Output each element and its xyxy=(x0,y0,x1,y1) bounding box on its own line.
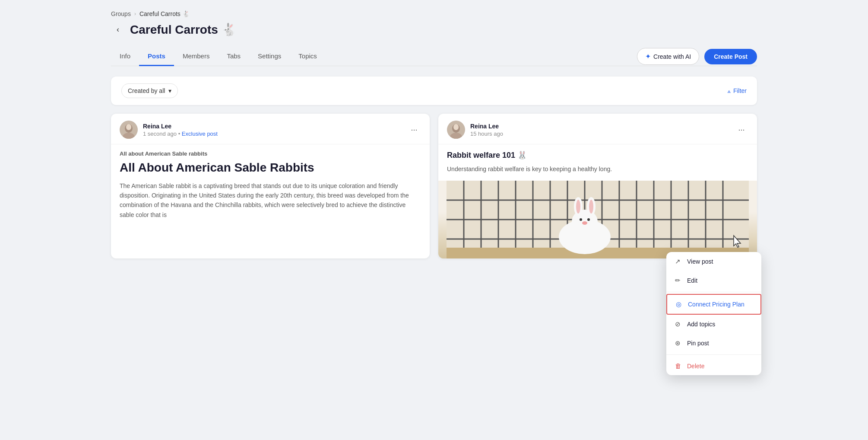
filter-icon: ⟁ xyxy=(727,87,731,94)
post-content-2: Rabbit welfare 101 🐰 Understanding rabbi… xyxy=(438,144,757,181)
create-with-ai-button[interactable]: ✦ Create with AI xyxy=(637,48,699,65)
post-author-2: Reina Lee 15 hours ago xyxy=(447,121,503,139)
post-content-1: All about American Sable rabbits All Abo… xyxy=(111,144,430,226)
add-topics-menu-item[interactable]: ⊘ Add topics xyxy=(666,315,761,334)
create-ai-label: Create with AI xyxy=(653,53,691,60)
filter-button[interactable]: ⟁ Filter xyxy=(727,87,747,94)
author-name-2: Reina Lee xyxy=(470,123,503,130)
created-by-label: Created by all xyxy=(128,87,165,94)
add-topics-label: Add topics xyxy=(687,321,715,328)
svg-point-36 xyxy=(587,218,590,221)
external-link-icon: ↗ xyxy=(675,258,683,265)
pin-post-menu-item[interactable]: ⊛ Pin post xyxy=(666,334,761,353)
nav-actions: ✦ Create with AI Create Post xyxy=(637,48,757,65)
filter-label: Filter xyxy=(733,87,747,94)
avatar-1 xyxy=(120,121,138,139)
pin-post-label: Pin post xyxy=(687,340,709,347)
post-image-2 xyxy=(438,181,757,258)
pin-icon: ⊛ xyxy=(675,339,683,347)
connect-pricing-menu-item[interactable]: ◎ Connect Pricing Plan xyxy=(666,294,761,315)
view-post-menu-item[interactable]: ↗ View post xyxy=(666,252,761,271)
trash-icon: 🗑 xyxy=(675,362,683,370)
tab-settings[interactable]: Settings xyxy=(249,47,290,66)
posts-grid: Reina Lee 1 second ago • Exclusive post … xyxy=(111,114,757,258)
tab-topics[interactable]: Topics xyxy=(290,47,326,66)
create-post-button[interactable]: Create Post xyxy=(704,49,757,64)
avatar-2 xyxy=(447,121,465,139)
breadcrumb: Groups › Careful Carrots 🐇 xyxy=(111,10,757,17)
delete-label: Delete xyxy=(687,363,704,370)
connect-pricing-label: Connect Pricing Plan xyxy=(688,301,744,308)
post-author-1: Reina Lee 1 second ago • Exclusive post xyxy=(120,121,218,139)
author-name-1: Reina Lee xyxy=(143,123,218,130)
tab-info[interactable]: Info xyxy=(111,47,139,66)
author-meta-2: 15 hours ago xyxy=(470,131,503,137)
post-body-2: Understanding rabbit welfare is key to k… xyxy=(447,164,748,174)
post-card-2: Reina Lee 15 hours ago ··· Rabbit welfar… xyxy=(438,114,757,258)
tab-members[interactable]: Members xyxy=(174,47,219,66)
post-title-1: All About American Sable Rabbits xyxy=(120,160,421,175)
post-card-1: Reina Lee 1 second ago • Exclusive post … xyxy=(111,114,430,258)
pricing-icon: ◎ xyxy=(676,300,684,308)
tag-icon: ⊘ xyxy=(675,320,683,328)
nav-bar: Info Posts Members Tabs Settings Topics … xyxy=(111,47,757,66)
breadcrumb-chevron-icon: › xyxy=(134,11,136,17)
delete-menu-item[interactable]: 🗑 Delete xyxy=(666,357,761,375)
more-icon-1: ··· xyxy=(411,125,417,134)
post-card-2-header: Reina Lee 15 hours ago ··· xyxy=(438,114,757,144)
svg-point-37 xyxy=(582,221,587,225)
breadcrumb-groups-link[interactable]: Groups xyxy=(111,10,131,17)
post-body-1: The American Sable rabbit is a captivati… xyxy=(120,181,421,220)
author-meta-1: 1 second ago • Exclusive post xyxy=(143,131,218,137)
edit-label: Edit xyxy=(687,277,697,284)
filter-row: Created by all ▾ ⟁ Filter xyxy=(111,77,757,105)
author-info-2: Reina Lee 15 hours ago xyxy=(470,123,503,137)
author-info-1: Reina Lee 1 second ago • Exclusive post xyxy=(143,123,218,137)
page-title: Careful Carrots 🐇 xyxy=(130,22,237,37)
breadcrumb-current: Careful Carrots 🐇 xyxy=(139,10,190,17)
svg-point-3 xyxy=(126,124,131,130)
pencil-icon: ✏ xyxy=(675,277,683,284)
svg-point-7 xyxy=(453,124,459,130)
back-icon: ‹ xyxy=(117,25,119,34)
menu-divider-1 xyxy=(666,292,761,292)
more-button-2[interactable]: ··· xyxy=(735,123,748,137)
rabbit-cage-image xyxy=(438,181,757,258)
tab-posts[interactable]: Posts xyxy=(139,47,174,66)
svg-point-35 xyxy=(580,218,582,221)
sparkle-icon: ✦ xyxy=(645,52,651,61)
view-post-label: View post xyxy=(687,258,713,265)
edit-menu-item[interactable]: ✏ Edit xyxy=(666,271,761,290)
back-button[interactable]: ‹ xyxy=(111,23,125,37)
menu-divider-2 xyxy=(666,354,761,355)
tab-tabs[interactable]: Tabs xyxy=(218,47,249,66)
page-header: ‹ Careful Carrots 🐇 xyxy=(111,22,757,37)
post-dropdown-menu: ↗ View post ✏ Edit ◎ Connect Pricing Pla… xyxy=(666,252,761,375)
created-by-dropdown[interactable]: Created by all ▾ xyxy=(121,83,178,98)
svg-point-33 xyxy=(576,200,580,214)
post-title-2: Rabbit welfare 101 🐰 xyxy=(447,150,748,160)
nav-tabs: Info Posts Members Tabs Settings Topics xyxy=(111,47,326,66)
more-button-1[interactable]: ··· xyxy=(407,123,421,137)
post-subtitle-1: All about American Sable rabbits xyxy=(120,150,421,157)
exclusive-label-1: Exclusive post xyxy=(182,131,218,137)
more-icon-2: ··· xyxy=(738,125,744,134)
post-card-1-header: Reina Lee 1 second ago • Exclusive post … xyxy=(111,114,430,144)
chevron-down-icon: ▾ xyxy=(168,87,171,94)
svg-point-34 xyxy=(589,200,593,214)
